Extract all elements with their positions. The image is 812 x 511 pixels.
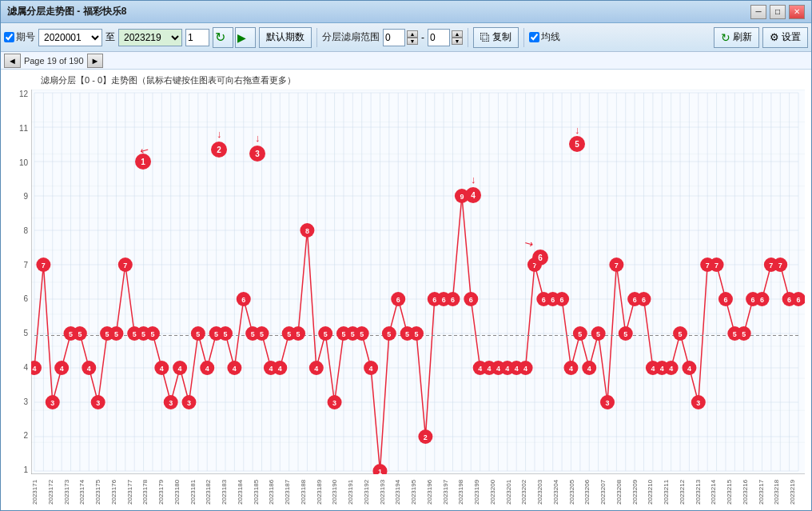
x-label: 2023210 — [647, 475, 663, 509]
svg-text:4: 4 — [651, 365, 655, 373]
y-label-1: 1 — [23, 465, 28, 474]
ann-circle-2: 2 — [211, 142, 227, 158]
svg-text:5: 5 — [623, 330, 627, 338]
chart-title: 滤扇分层【0 - 0】走势图（鼠标右键按住图表可向右拖查看更多） — [41, 74, 296, 86]
period-checkbox[interactable] — [4, 32, 14, 42]
settings-btn[interactable]: ⚙ 设置 — [762, 27, 808, 48]
svg-text:5: 5 — [679, 330, 683, 338]
range-from-up[interactable]: ▲ — [407, 30, 418, 38]
default-period-btn[interactable]: 默认期数 — [259, 27, 312, 48]
x-label: 2023171 — [31, 475, 47, 509]
svg-text:6: 6 — [469, 296, 473, 304]
svg-text:4: 4 — [205, 365, 209, 373]
svg-text:5: 5 — [341, 330, 345, 338]
svg-text:5: 5 — [78, 330, 82, 338]
svg-text:5: 5 — [351, 330, 355, 338]
svg-text:7: 7 — [615, 261, 619, 269]
title-bar: 滤属分层走势图 - 福彩快乐8 ─ □ ✕ — [1, 1, 811, 23]
svg-text:3: 3 — [96, 399, 100, 407]
x-label: 2023206 — [583, 475, 599, 509]
svg-text:5: 5 — [223, 330, 227, 338]
svg-text:4: 4 — [314, 365, 318, 373]
x-label: 2023189 — [316, 475, 332, 509]
svg-text:6: 6 — [551, 296, 555, 304]
svg-text:5: 5 — [251, 330, 255, 338]
svg-text:7: 7 — [42, 261, 46, 269]
svg-text:4: 4 — [60, 365, 64, 373]
range-separator: - — [421, 32, 424, 43]
period-from-select[interactable]: 2020001 — [38, 29, 102, 46]
x-label: 2023218 — [773, 475, 789, 509]
svg-text:5: 5 — [405, 330, 409, 338]
range-from-input[interactable] — [383, 29, 405, 46]
refresh-icon-item: ↻ ▶ — [213, 27, 256, 48]
svg-text:6: 6 — [787, 296, 791, 304]
chart-svg: 4734554355755543435455465544558453555415… — [31, 90, 805, 474]
range-to-input[interactable] — [428, 29, 450, 46]
range-to-spin: ▲ ▼ — [452, 30, 463, 45]
y-label-8: 8 — [23, 226, 28, 235]
x-label: 2023182 — [205, 475, 221, 509]
svg-rect-4 — [31, 90, 805, 474]
svg-text:5: 5 — [287, 330, 291, 338]
toolbar: 期号 2020001 至 2023219 ↻ ▶ 默认期数 分层滤扇范 — [1, 23, 811, 52]
svg-text:8: 8 — [305, 227, 309, 235]
prev-page-btn[interactable]: ◄ — [4, 54, 21, 68]
y-label-9: 9 — [23, 192, 28, 201]
x-label: 2023217 — [758, 475, 774, 509]
svg-text:5: 5 — [141, 330, 145, 338]
x-label: 2023203 — [536, 475, 552, 509]
forward-icon-btn[interactable]: ▶ — [235, 27, 256, 48]
svg-text:6: 6 — [442, 296, 446, 304]
svg-text:5: 5 — [733, 330, 737, 338]
step-input[interactable] — [185, 29, 209, 46]
svg-text:9: 9 — [460, 193, 464, 201]
avg-line-checkbox[interactable] — [529, 32, 539, 42]
ann-circle-1: 1 — [135, 154, 151, 170]
range-to-group: ▲ ▼ — [428, 29, 463, 46]
x-label: 2023183 — [221, 475, 237, 509]
refresh-btn[interactable]: ↻ 刷新 — [714, 27, 759, 48]
svg-text:4: 4 — [660, 365, 664, 373]
close-button[interactable]: ✕ — [789, 5, 805, 19]
x-label: 2023176 — [110, 475, 126, 509]
svg-text:5: 5 — [360, 330, 364, 338]
refresh-icon-btn[interactable]: ↻ — [213, 27, 233, 48]
svg-text:3: 3 — [50, 399, 54, 407]
x-label: 2023195 — [410, 475, 426, 509]
layer-range-label: 分层滤扇范围 — [322, 30, 380, 44]
maximize-button[interactable]: □ — [770, 5, 786, 19]
period-to-select[interactable]: 2023219 — [118, 29, 182, 46]
avg-line-label: 均线 — [541, 30, 560, 44]
settings-icon: ⚙ — [770, 31, 779, 43]
svg-text:1: 1 — [378, 468, 382, 474]
minimize-button[interactable]: ─ — [750, 5, 766, 19]
svg-text:5: 5 — [324, 330, 328, 338]
svg-text:6: 6 — [241, 296, 245, 304]
period-label: 期号 — [16, 30, 35, 44]
x-label: 2023215 — [726, 475, 742, 509]
svg-text:4: 4 — [233, 365, 237, 373]
svg-text:4: 4 — [687, 365, 691, 373]
svg-text:7: 7 — [769, 261, 773, 269]
svg-text:5: 5 — [596, 330, 600, 338]
svg-text:3: 3 — [187, 399, 191, 407]
range-from-down[interactable]: ▼ — [407, 38, 418, 45]
svg-text:5: 5 — [260, 330, 264, 338]
range-to-up[interactable]: ▲ — [452, 30, 463, 38]
to-label: 至 — [105, 30, 115, 44]
svg-text:6: 6 — [560, 296, 564, 304]
next-page-btn[interactable]: ► — [87, 54, 104, 68]
step-item — [185, 29, 209, 46]
x-label: 2023191 — [347, 475, 363, 509]
range-to-down[interactable]: ▼ — [452, 38, 463, 45]
x-label: 2023186 — [268, 475, 284, 509]
copy-btn[interactable]: ⿻ 复制 — [473, 27, 519, 48]
x-label: 2023200 — [489, 475, 505, 509]
x-label: 2023202 — [520, 475, 536, 509]
x-label: 2023180 — [173, 475, 189, 509]
x-label: 2023198 — [457, 475, 473, 509]
chart-wrapper: 滤扇分层【0 - 0】走势图（鼠标右键按住图表可向右拖查看更多） 1 2 3 4… — [1, 70, 811, 510]
page-info: Page 19 of 190 — [24, 56, 84, 66]
x-label: 2023204 — [552, 475, 568, 509]
